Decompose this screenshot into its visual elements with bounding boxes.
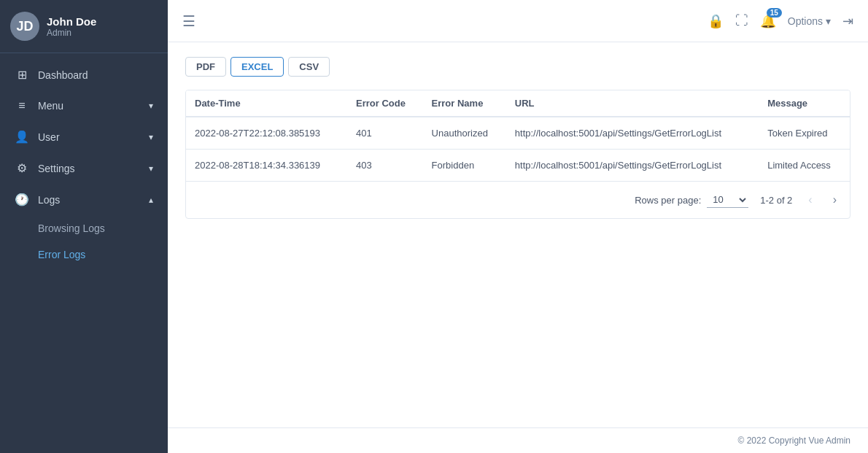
sidebar-item-logs[interactable]: 🕐 Logs ▴ (0, 184, 168, 215)
dashboard-icon: ⊞ (15, 68, 29, 82)
lock-icon[interactable]: 🔒 (708, 13, 724, 29)
rows-per-page-label: Rows per page: (635, 195, 701, 206)
sidebar-item-dashboard[interactable]: ⊞ Dashboard (0, 59, 168, 90)
col-datetime: Date-Time (186, 90, 347, 117)
csv-export-button[interactable]: CSV (288, 57, 330, 77)
notification-bell-icon[interactable]: 🔔 15 (760, 13, 776, 29)
sidebar-item-label: User (38, 131, 149, 143)
cell-2: Unauthorized (423, 117, 506, 150)
browsing-logs-label: Browsing Logs (38, 222, 105, 234)
table-row: 2022-08-27T22:12:08.385193401Unauthorize… (186, 117, 850, 150)
col-message: Message (759, 90, 850, 117)
user-role: Admin (47, 28, 96, 38)
pdf-export-button[interactable]: PDF (185, 57, 226, 77)
options-label: Options (788, 15, 823, 27)
logs-icon: 🕐 (15, 193, 29, 206)
sidebar-item-label: Logs (38, 194, 149, 206)
cell-2: Forbidden (423, 150, 506, 182)
error-logs-label: Error Logs (38, 249, 85, 260)
excel-export-button[interactable]: EXCEL (230, 57, 284, 77)
pagination: Rows per page: 10 25 50 1-2 of 2 ‹ › (186, 181, 850, 218)
pagination-next-button[interactable]: › (829, 192, 841, 208)
cell-0: 2022-08-28T18:14:34.336139 (186, 150, 347, 182)
topbar: ☰ 🔒 ⛶ 🔔 15 Options ▾ ⇥ (168, 0, 868, 42)
content-area: PDF EXCEL CSV Date-Time Error Code Error… (168, 42, 868, 427)
chevron-down-icon: ▾ (826, 15, 831, 27)
fullscreen-icon[interactable]: ⛶ (735, 13, 748, 28)
sidebar: JD John Doe Admin ⊞ Dashboard ≡ Menu ▾ 👤… (0, 0, 168, 453)
footer: © 2022 Copyright Vue Admin (168, 427, 868, 453)
sidebar-item-settings[interactable]: ⚙ Settings ▾ (0, 152, 168, 184)
copyright-text: © 2022 Copyright Vue Admin (738, 435, 851, 446)
options-menu[interactable]: Options ▾ (788, 15, 831, 27)
sidebar-user: JD John Doe Admin (0, 0, 168, 53)
avatar: JD (10, 12, 39, 41)
table-header-row: Date-Time Error Code Error Name URL Mess… (186, 90, 850, 117)
sidebar-item-browsing-logs[interactable]: Browsing Logs (0, 215, 168, 241)
chevron-down-icon: ▾ (149, 163, 153, 174)
cell-4: Token Expired (759, 117, 850, 150)
rows-per-page: Rows per page: 10 25 50 (635, 192, 748, 208)
topbar-actions: 🔒 ⛶ 🔔 15 Options ▾ ⇥ (708, 13, 853, 29)
sidebar-item-error-logs[interactable]: Error Logs (0, 241, 168, 268)
user-name: John Doe (47, 15, 96, 28)
logout-icon[interactable]: ⇥ (842, 13, 853, 29)
sidebar-item-label: Settings (38, 163, 149, 174)
cell-3: http://localhost:5001/api/Settings/GetEr… (506, 150, 759, 182)
sidebar-nav: ⊞ Dashboard ≡ Menu ▾ 👤 User ▾ ⚙ Settings… (0, 53, 168, 453)
pagination-info: 1-2 of 2 (760, 195, 792, 206)
cell-1: 401 (347, 117, 423, 150)
settings-icon: ⚙ (15, 161, 29, 175)
cell-0: 2022-08-27T22:12:08.385193 (186, 117, 347, 150)
export-buttons: PDF EXCEL CSV (185, 57, 850, 77)
cell-4: Limited Access (759, 150, 850, 182)
sidebar-item-label: Menu (38, 100, 149, 112)
error-logs-table-wrapper: Date-Time Error Code Error Name URL Mess… (185, 90, 850, 219)
col-error-code: Error Code (347, 90, 423, 117)
table-row: 2022-08-28T18:14:34.336139403Forbiddenht… (186, 150, 850, 182)
user-icon: 👤 (15, 130, 29, 144)
pagination-prev-button[interactable]: ‹ (804, 192, 816, 208)
cell-1: 403 (347, 150, 423, 182)
chevron-down-icon: ▾ (149, 132, 153, 142)
notification-badge: 15 (767, 8, 782, 18)
col-url: URL (506, 90, 759, 117)
sidebar-item-user[interactable]: 👤 User ▾ (0, 121, 168, 152)
menu-icon: ≡ (15, 99, 29, 112)
sidebar-item-menu[interactable]: ≡ Menu ▾ (0, 90, 168, 121)
error-logs-table: Date-Time Error Code Error Name URL Mess… (186, 90, 850, 181)
chevron-up-icon: ▴ (149, 195, 153, 205)
rows-per-page-select[interactable]: 10 25 50 (707, 192, 748, 208)
cell-3: http://localhost:5001/api/Settings/GetEr… (506, 117, 759, 150)
user-info: John Doe Admin (47, 15, 96, 38)
sidebar-item-label: Dashboard (38, 69, 153, 81)
col-error-name: Error Name (423, 90, 506, 117)
main-area: ☰ 🔒 ⛶ 🔔 15 Options ▾ ⇥ PDF EXCEL CSV (168, 0, 868, 453)
hamburger-icon[interactable]: ☰ (182, 12, 195, 30)
chevron-down-icon: ▾ (149, 101, 153, 111)
